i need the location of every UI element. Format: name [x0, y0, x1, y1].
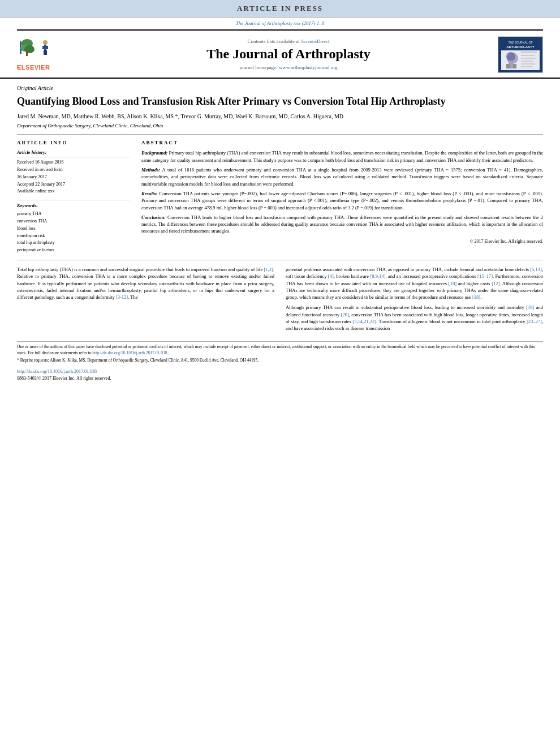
authors-text: Jared M. Newman, MD, Matthew R. Webb, BS…	[17, 113, 343, 119]
svg-rect-22	[521, 58, 536, 59]
article-history-block: Article history: Received 16 August 2016…	[17, 149, 130, 195]
svg-rect-8	[46, 46, 48, 49]
journal-cover-svg: THE JOURNAL OF ARTHROPLASTY	[498, 37, 542, 72]
svg-point-16	[506, 52, 515, 61]
elsevier-brand-text: ELSEVIER	[17, 63, 79, 72]
keyword-3: blood loss	[17, 225, 130, 233]
results-label: Results:	[141, 191, 157, 196]
abstract-column: ABSTRACT Background: Primary total hip a…	[141, 139, 543, 254]
journal-cover-image: THE JOURNAL OF ARTHROPLASTY	[498, 36, 543, 73]
body-para-3: Although primary THA can result in subst…	[286, 304, 543, 332]
svg-point-3	[24, 45, 35, 53]
ref-15-17: [15–17]	[477, 273, 493, 279]
sciencedirect-link[interactable]: ScienceDirect	[301, 38, 329, 44]
background-label: Background:	[141, 150, 167, 156]
journal-cover-area: THE JOURNAL OF ARTHROPLASTY	[486, 36, 543, 73]
keywords-list: primary THA conversion THA blood loss tr…	[17, 211, 130, 254]
doi-link: http://dx.doi.org/10.1016/j.arth.2017.01…	[17, 368, 543, 375]
svg-rect-7	[42, 46, 44, 49]
article-info-abstract-area: ARTICLE INFO Article history: Received 1…	[17, 139, 543, 254]
ref-18b: [18]	[472, 294, 480, 300]
ref-20: [20]	[341, 312, 349, 317]
methods-label: Methods:	[141, 167, 160, 173]
issn-text: 0883-5403/© 2017 Elsevier Inc. All right…	[17, 375, 543, 381]
homepage-label: journal homepage:	[239, 65, 277, 70]
body-column-1: Total hip arthroplasty (THA) is a common…	[17, 266, 274, 336]
ref-1-2: [1,2]	[264, 267, 273, 272]
body-column-2: potential problems associated with conve…	[286, 266, 543, 336]
journal-title-area: Contents lists available at ScienceDirec…	[91, 38, 486, 71]
available-online: Available online xxx	[17, 188, 130, 195]
results-text: Conversion THA patients were younger (P=…	[141, 191, 543, 211]
svg-text:THE JOURNAL OF: THE JOURNAL OF	[509, 41, 533, 44]
accepted-date: Accepted 22 January 2017	[17, 181, 130, 188]
svg-rect-25	[521, 66, 532, 67]
ref-23-27: [23–27]	[527, 319, 542, 324]
keyword-1: primary THA	[17, 211, 130, 218]
homepage-url[interactable]: www.arthroplastyjournal.org	[279, 65, 338, 70]
body-para-2: potential problems associated with conve…	[286, 266, 543, 301]
history-label: Article history:	[17, 149, 130, 156]
article-type: Original Article	[17, 84, 543, 92]
svg-rect-19	[513, 64, 516, 68]
body-text-area: Total hip arthroplasty (THA) is a common…	[17, 266, 543, 336]
abstract-methods: Methods: A total of 1616 patients who un…	[141, 166, 543, 187]
body-para-1: Total hip arthroplasty (THA) is a common…	[17, 266, 274, 301]
ref-8-9-14: [8,9,14]	[370, 273, 385, 279]
conflict-url[interactable]: http://dx.doi.org/10.1016/j.arth.2017.01…	[92, 350, 167, 355]
ref-3-14-21-22: [3,14,21,22]	[352, 319, 376, 324]
article-info-heading: ARTICLE INFO	[17, 139, 130, 147]
received-date: Received 16 August 2016	[17, 159, 130, 166]
abstract-copyright: © 2017 Elsevier Inc. All rights reserved…	[141, 238, 543, 245]
ref-3-12: [3-12]	[116, 294, 128, 300]
journal-header: ELSEVIER Contents lists available at Sci…	[0, 32, 560, 79]
keyword-4: transfusion risk	[17, 233, 130, 240]
svg-rect-18	[506, 64, 510, 68]
bottom-info: http://dx.doi.org/10.1016/j.arth.2017.01…	[17, 368, 543, 381]
abstract-results: Results: Conversion THA patients were yo…	[141, 190, 543, 211]
section-divider-1	[17, 134, 543, 135]
journal-ref-text: The Journal of Arthroplasty xxx (2017) 1…	[236, 20, 324, 26]
body-divider	[17, 260, 543, 260]
background-text: Primary total hip arthroplasty (THA) and…	[141, 150, 543, 162]
conclusion-label: Conclusion:	[141, 214, 166, 220]
authors: Jared M. Newman, MD, Matthew R. Webb, BS…	[17, 113, 543, 121]
methods-text: A total of 1616 patients who underwent p…	[141, 167, 543, 187]
keyword-5: total hip arthroplasty	[17, 239, 130, 247]
article-info-column: ARTICLE INFO Article history: Received 1…	[17, 139, 130, 254]
leads-text: leads	[175, 267, 184, 272]
abstract-conclusion: Conclusion: Conversion THA leads to high…	[141, 214, 543, 235]
svg-rect-10	[45, 50, 47, 55]
conflict-footnote: One or more of the authors of this paper…	[17, 344, 543, 357]
ref-4: [4]	[328, 273, 334, 279]
keywords-block: Keywords: primary THA conversion THA blo…	[17, 200, 130, 254]
contents-text: Contents lists available at	[248, 38, 300, 44]
affiliation: Department of Orthopaedic Surgery, Cleve…	[17, 122, 543, 130]
article-in-press-banner: ARTICLE IN PRESS	[0, 0, 560, 18]
svg-text:ARTHROPLASTY: ARTHROPLASTY	[506, 45, 534, 49]
abstract-text: Background: Primary total hip arthroplas…	[141, 149, 543, 244]
journal-main-title: The Journal of Arthroplasty	[91, 46, 486, 62]
svg-rect-24	[521, 63, 535, 65]
elsevier-tree-icon	[17, 37, 57, 59]
keywords-label: Keywords:	[17, 203, 130, 209]
revised-date: 16 January 2017	[17, 174, 130, 181]
article-main-title: Quantifying Blood Loss and Transfusion R…	[17, 95, 543, 108]
svg-rect-20	[521, 51, 537, 53]
sciencedirect-line: Contents lists available at ScienceDirec…	[91, 38, 486, 45]
svg-rect-9	[44, 50, 45, 55]
doi-url-text[interactable]: http://dx.doi.org/10.1016/j.arth.2017.01…	[17, 369, 97, 374]
svg-rect-4	[26, 51, 28, 56]
journal-homepage-line: journal homepage: www.arthroplastyjourna…	[91, 64, 486, 71]
svg-point-5	[43, 40, 48, 45]
ref-19: [19]	[526, 304, 534, 310]
elsevier-logo-area: ELSEVIER	[17, 37, 91, 72]
top-divider	[17, 29, 543, 31]
elsevier-logo: ELSEVIER	[17, 37, 79, 72]
reprint-footnote: * Reprint requests: Alison K. Klika, MS,…	[17, 358, 543, 364]
page: ARTICLE IN PRESS The Journal of Arthropl…	[0, 0, 560, 747]
body-text-col1: Total hip arthroplasty (THA) is a common…	[17, 266, 274, 301]
footnotes-area: One or more of the authors of this paper…	[17, 341, 543, 364]
svg-rect-6	[44, 45, 46, 50]
ref-5-13: [5,13]	[530, 267, 542, 272]
